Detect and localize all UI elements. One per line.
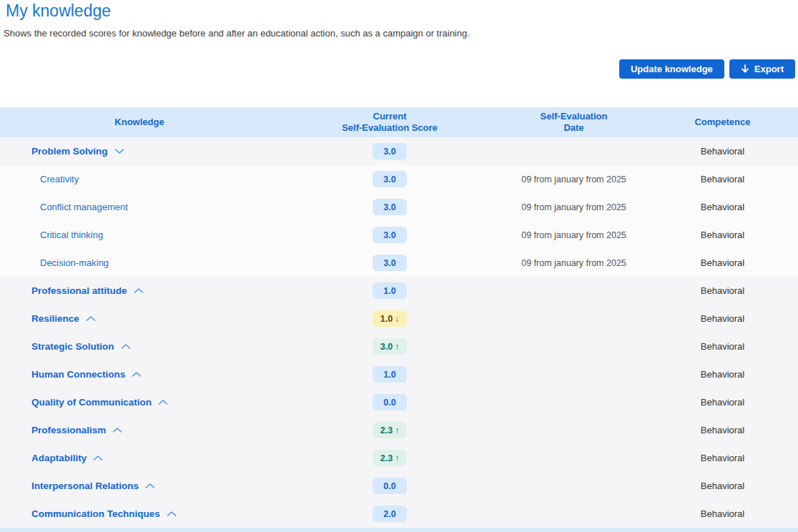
score-badge: 1.0 ↓ bbox=[373, 310, 407, 327]
knowledge-row: Resilience 1.0 ↓ Behavioral bbox=[0, 305, 798, 332]
score-badge: 1.0 bbox=[373, 282, 407, 299]
knowledge-cell: Interpersonal Relations bbox=[0, 481, 279, 491]
column-header-evaluation-date: Self-Evaluation Date bbox=[501, 111, 647, 134]
knowledge-label[interactable]: Resilience bbox=[31, 313, 79, 324]
knowledge-row: Interpersonal Relations 0.0 Behavioral bbox=[0, 472, 798, 500]
score-badge: 3.0 bbox=[373, 227, 407, 243]
knowledge-cell: Problem Solving bbox=[0, 146, 279, 157]
score-value: 3.0 bbox=[383, 147, 395, 157]
knowledge-label[interactable]: Conflict management bbox=[40, 202, 128, 212]
score-cell: 3.0 bbox=[279, 255, 501, 271]
knowledge-label[interactable]: Human Connections bbox=[31, 369, 125, 380]
knowledge-label[interactable]: Adaptability bbox=[31, 453, 87, 463]
button-bar: Update knowledge Export bbox=[619, 59, 795, 79]
knowledge-label[interactable]: Professional attitude bbox=[31, 285, 127, 296]
score-badge: 0.0 bbox=[373, 394, 407, 410]
chevron-up-icon[interactable] bbox=[121, 343, 131, 350]
chevron-up-icon[interactable] bbox=[93, 455, 103, 461]
export-button[interactable]: Export bbox=[729, 59, 795, 79]
chevron-up-icon[interactable] bbox=[167, 511, 177, 517]
score-cell: 1.0 ↓ bbox=[279, 310, 501, 327]
knowledge-cell: Communication Techniques bbox=[0, 508, 279, 519]
chevron-up-icon[interactable] bbox=[145, 483, 155, 489]
column-header-competence: Competence bbox=[647, 117, 798, 128]
score-cell: 2.0 bbox=[279, 506, 501, 522]
knowledge-label[interactable]: Quality of Communication bbox=[31, 397, 152, 408]
score-cell: 2.3 ↑ bbox=[279, 450, 501, 466]
knowledge-label[interactable]: Problem Solving bbox=[31, 146, 108, 157]
score-value: 1.0 bbox=[380, 314, 393, 324]
knowledge-row: Critical thinking 3.0 09 from january fr… bbox=[0, 221, 798, 249]
evaluation-date: 09 from january from 2025 bbox=[501, 174, 647, 184]
knowledge-label[interactable]: Communication Techniques bbox=[31, 508, 160, 519]
download-arrow-icon bbox=[741, 64, 749, 74]
score-value: 2.3 bbox=[380, 425, 393, 435]
score-value: 1.0 bbox=[383, 370, 395, 380]
score-value: 2.0 bbox=[383, 509, 395, 519]
export-button-label: Export bbox=[754, 64, 784, 74]
knowledge-cell: Critical thinking bbox=[0, 230, 279, 240]
competence-value: Behavioral bbox=[647, 257, 798, 268]
column-header-knowledge: Knowledge bbox=[0, 117, 279, 128]
knowledge-row: Quality of Communication 0.0 Behavioral bbox=[0, 388, 798, 416]
update-knowledge-button-label: Update knowledge bbox=[631, 64, 713, 74]
score-value: 2.3 bbox=[380, 453, 393, 463]
knowledge-cell: Decision-making bbox=[0, 257, 279, 268]
evaluation-date: 09 from january from 2025 bbox=[501, 258, 647, 268]
knowledge-label[interactable]: Professionalism bbox=[31, 425, 106, 435]
knowledge-cell: Creativity bbox=[0, 174, 279, 184]
chevron-up-icon[interactable] bbox=[158, 399, 168, 405]
score-cell: 3.0 bbox=[279, 143, 501, 159]
score-badge: 1.0 bbox=[373, 366, 407, 383]
knowledge-cell: Human Connections bbox=[0, 369, 279, 380]
trend-up-icon: ↑ bbox=[395, 453, 399, 463]
score-badge: 2.0 bbox=[373, 506, 407, 522]
knowledge-cell: Strategic Solution bbox=[0, 341, 279, 352]
score-value: 0.0 bbox=[383, 481, 395, 491]
score-cell: 3.0 bbox=[279, 171, 501, 187]
competence-value: Behavioral bbox=[647, 341, 798, 352]
score-value: 3.0 bbox=[383, 258, 395, 268]
score-badge: 2.3 ↑ bbox=[373, 450, 407, 466]
score-cell: 0.0 bbox=[279, 394, 501, 410]
knowledge-label[interactable]: Interpersonal Relations bbox=[31, 481, 139, 491]
score-value: 1.0 bbox=[383, 286, 395, 296]
trend-down-icon: ↓ bbox=[395, 314, 399, 324]
page-title: My knowledge bbox=[6, 1, 111, 21]
competence-value: Behavioral bbox=[647, 285, 798, 296]
knowledge-row: Conflict management 3.0 09 from january … bbox=[0, 193, 798, 221]
competence-value: Behavioral bbox=[647, 313, 798, 324]
score-value: 3.0 bbox=[383, 202, 395, 212]
score-cell: 1.0 bbox=[279, 366, 501, 383]
score-badge: 3.0 bbox=[373, 143, 407, 159]
chevron-up-icon[interactable] bbox=[132, 371, 142, 378]
knowledge-cell: Professional attitude bbox=[0, 285, 279, 296]
competence-value: Behavioral bbox=[647, 397, 798, 408]
knowledge-row: Adaptability 2.3 ↑ Behavioral bbox=[0, 444, 798, 472]
knowledge-cell: Resilience bbox=[0, 313, 279, 324]
knowledge-table: Knowledge Current Self-Evaluation Score … bbox=[0, 107, 798, 532]
score-value: 3.0 bbox=[383, 230, 395, 240]
score-badge: 3.0 bbox=[373, 255, 407, 271]
score-value: 0.0 bbox=[383, 398, 395, 408]
competence-value: Behavioral bbox=[647, 202, 798, 212]
knowledge-label[interactable]: Strategic Solution bbox=[31, 341, 114, 352]
knowledge-row: Decision-making 3.0 09 from january from… bbox=[0, 249, 798, 277]
knowledge-label[interactable]: Decision-making bbox=[40, 257, 109, 268]
score-cell: 3.0 ↑ bbox=[279, 338, 501, 355]
score-cell: 3.0 bbox=[279, 227, 501, 243]
chevron-up-icon[interactable] bbox=[86, 315, 96, 322]
knowledge-row: Communication Techniques 2.0 Behavioral bbox=[0, 500, 798, 528]
chevron-up-icon[interactable] bbox=[112, 427, 122, 433]
competence-value: Behavioral bbox=[647, 481, 798, 491]
knowledge-label[interactable]: Creativity bbox=[40, 174, 79, 184]
table-header: Knowledge Current Self-Evaluation Score … bbox=[0, 107, 798, 137]
update-knowledge-button[interactable]: Update knowledge bbox=[619, 59, 724, 79]
score-cell: 1.0 bbox=[279, 282, 501, 299]
chevron-down-icon[interactable] bbox=[114, 148, 124, 154]
knowledge-label[interactable]: Critical thinking bbox=[40, 230, 103, 240]
chevron-up-icon[interactable] bbox=[134, 287, 144, 294]
competence-value: Behavioral bbox=[647, 369, 798, 380]
competence-value: Behavioral bbox=[647, 425, 798, 435]
knowledge-row: Problem Solving 3.0 Behavioral bbox=[0, 137, 798, 165]
